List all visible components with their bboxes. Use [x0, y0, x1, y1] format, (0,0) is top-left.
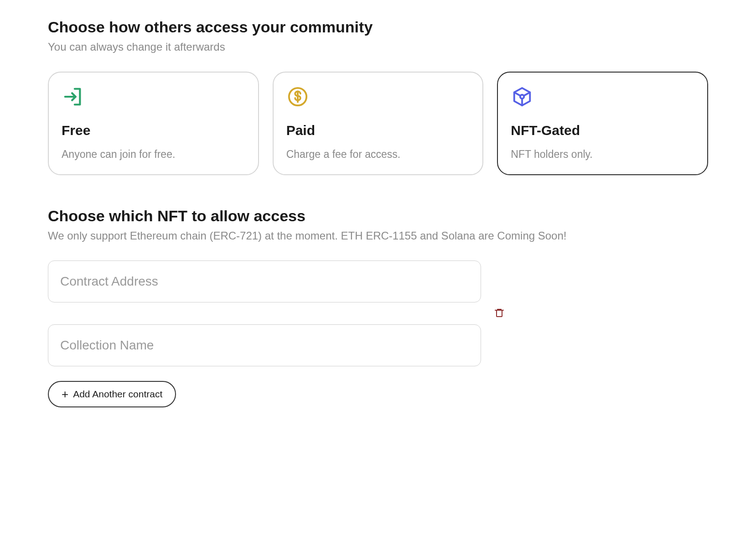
collection-name-input[interactable] [48, 324, 481, 366]
access-option-paid[interactable]: Paid Charge a fee for access. [273, 72, 484, 175]
nft-subtitle: We only support Ethereum chain (ERC-721)… [48, 229, 708, 242]
access-option-title: NFT-Gated [511, 123, 694, 138]
nft-form-row [48, 260, 708, 366]
access-option-title: Paid [286, 123, 470, 138]
access-option-desc: Anyone can join for free. [62, 148, 245, 161]
access-option-desc: Charge a fee for access. [286, 148, 470, 161]
access-subtitle: You can always change it afterwards [48, 41, 708, 53]
cube-icon [511, 85, 533, 108]
enter-icon [62, 85, 84, 108]
plus-icon: + [62, 388, 68, 400]
delete-contract-button[interactable] [492, 305, 507, 323]
dollar-icon [286, 85, 309, 108]
nft-form-fields [48, 260, 481, 366]
access-option-nft-gated[interactable]: NFT-Gated NFT holders only. [497, 72, 708, 175]
access-option-free[interactable]: Free Anyone can join for free. [48, 72, 259, 175]
svg-point-1 [520, 95, 524, 99]
access-option-title: Free [62, 123, 245, 138]
nft-title: Choose which NFT to allow access [48, 207, 708, 225]
add-contract-button[interactable]: + Add Another contract [48, 381, 176, 407]
trash-icon [494, 314, 505, 321]
access-option-desc: NFT holders only. [511, 148, 694, 161]
add-contract-label: Add Another contract [73, 389, 162, 400]
access-title: Choose how others access your community [48, 18, 708, 36]
contract-address-input[interactable] [48, 260, 481, 302]
svg-rect-2 [497, 310, 502, 317]
access-options-row: Free Anyone can join for free. Paid Char… [48, 72, 708, 175]
